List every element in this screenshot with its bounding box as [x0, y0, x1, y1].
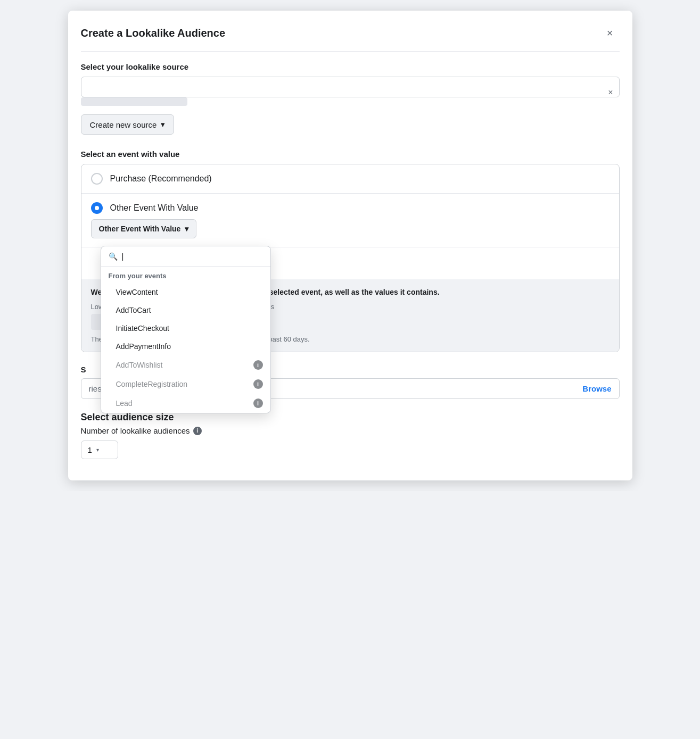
dropdown-item-addpaymentinfo[interactable]: AddPaymentInfo — [101, 337, 270, 355]
create-lookalike-modal: Create a Lookalike Audience × Select you… — [68, 11, 632, 480]
source-section: Select your lookalike source × Create ne… — [81, 62, 620, 150]
event-option-purchase[interactable]: Purchase (Recommended) — [81, 164, 619, 194]
dropdown-item-initiatecheckout[interactable]: InitiateCheckout — [101, 319, 270, 337]
event-option-other-label: Other Event With Value — [110, 203, 199, 213]
audience-size-label: Select audience size — [81, 412, 620, 423]
search-icon: 🔍 — [109, 252, 118, 261]
event-option-purchase-label: Purchase (Recommended) — [110, 174, 212, 184]
event-dropdown-button[interactable]: Other Event With Value ▾ — [91, 219, 197, 238]
number-select-button[interactable]: 1 ▾ — [81, 441, 118, 459]
source-section-label: Select your lookalike source — [81, 62, 620, 71]
number-select-value: 1 — [88, 445, 92, 454]
source-input[interactable] — [81, 77, 620, 97]
dropdown-item-addtocart[interactable]: AddToCart — [101, 301, 270, 319]
location-text: ries — [89, 384, 102, 393]
num-lookalike-label: Number of lookalike audiences i — [81, 426, 620, 435]
dropdown-row: Other Event With Value ▾ 🔍 From your eve… — [91, 219, 610, 238]
info-icon-lead[interactable]: i — [253, 398, 263, 408]
radio-other[interactable] — [91, 202, 103, 214]
modal-header: Create a Lookalike Audience × — [81, 23, 620, 52]
event-option-other-row: Other Event With Value — [91, 202, 199, 214]
event-section: Select an event with value Purchase (Rec… — [81, 150, 620, 352]
close-button[interactable]: × — [600, 23, 620, 43]
dropdown-search-input[interactable] — [122, 252, 263, 261]
create-source-label: Create new source — [90, 120, 157, 129]
audience-size-section: Select audience size Number of lookalike… — [81, 412, 620, 459]
info-icon-addtowishlist[interactable]: i — [253, 360, 263, 370]
event-dropdown-label: Other Event With Value — [99, 225, 181, 233]
browse-button[interactable]: Browse — [582, 384, 611, 393]
modal-title: Create a Lookalike Audience — [81, 27, 226, 39]
event-dropdown-menu: 🔍 From your events ViewContent AddToCart — [101, 246, 271, 413]
event-option-other[interactable]: Other Event With Value Other Event With … — [81, 194, 619, 247]
dropdown-item-viewcontent[interactable]: ViewContent — [101, 283, 270, 301]
dropdown-group-label: From your events — [101, 267, 270, 283]
dropdown-search-container: 🔍 — [101, 246, 270, 267]
dropdown-items-list: From your events ViewContent AddToCart I… — [101, 267, 270, 413]
source-input-placeholder-visual — [81, 97, 187, 106]
dropdown-item-addtowishlist: AddToWishlist i — [101, 355, 270, 375]
info-icon-completeregistration[interactable]: i — [253, 379, 263, 389]
source-input-clear-button[interactable]: × — [608, 88, 613, 97]
num-lookalike-info-icon[interactable]: i — [193, 427, 202, 435]
create-source-button[interactable]: Create new source ▾ — [81, 114, 175, 135]
radio-purchase[interactable] — [91, 173, 103, 185]
dropdown-item-completeregistration: CompleteRegistration i — [101, 375, 270, 394]
create-source-chevron-icon: ▾ — [161, 120, 165, 129]
event-options-container: Purchase (Recommended) Other Event With … — [81, 164, 620, 352]
dropdown-item-lead: Lead i — [101, 394, 270, 413]
number-select-chevron-icon: ▾ — [96, 447, 99, 453]
event-section-label: Select an event with value — [81, 150, 620, 159]
event-dropdown-chevron-icon: ▾ — [185, 225, 188, 233]
source-input-wrap: × — [81, 77, 620, 108]
